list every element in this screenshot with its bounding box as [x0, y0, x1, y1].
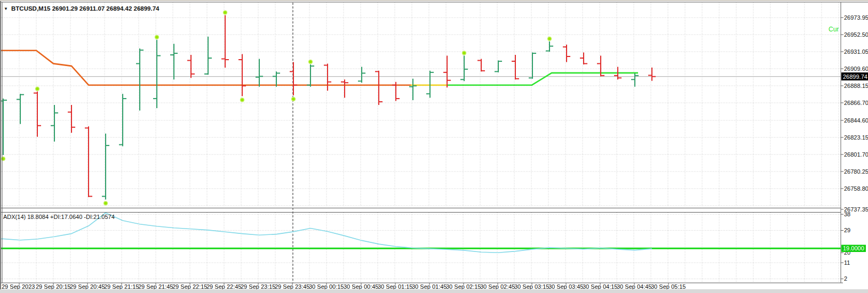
mt4-chart-window: 26973.9526952.5026931.0526909.6026888.15…: [0, 0, 868, 293]
window-left-border: [0, 1, 1, 293]
current-price-tag-value: 26899.74: [843, 74, 867, 80]
adx-chart-area[interactable]: [1, 213, 841, 283]
price-axis[interactable]: [841, 3, 868, 283]
adx-level-tag: 19.0000: [841, 245, 866, 253]
main-chart-area[interactable]: [1, 3, 841, 206]
chart-canvas: 26973.9526952.5026931.0526909.6026888.15…: [0, 1, 868, 293]
current-price-tag: 26899.74: [841, 72, 868, 80]
time-axis[interactable]: [1, 283, 841, 291]
adx-level-tag-value: 19.0000: [843, 245, 864, 251]
